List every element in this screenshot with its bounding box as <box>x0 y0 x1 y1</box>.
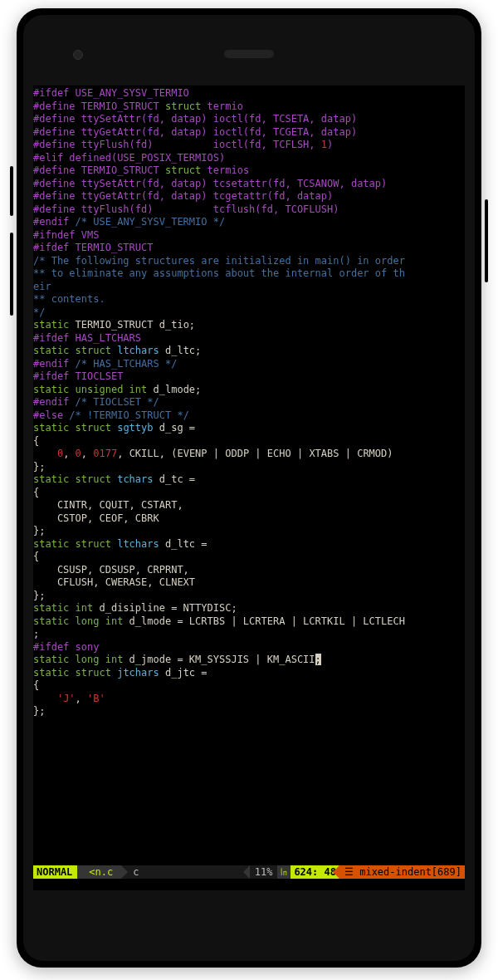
file-type: c <box>121 865 249 879</box>
code-line: ** to eliminate any assumptions about th… <box>33 267 465 281</box>
code-buffer[interactable]: #ifdef USE_ANY_SYSV_TERMIO#define TERMIO… <box>33 86 465 874</box>
code-line: CSTOP, CEOF, CBRK <box>33 512 465 526</box>
code-line: static long int d_jmode = KM_SYSSJIS | K… <box>33 654 465 667</box>
code-line: #define ttyFlush(fd) ioctl(fd, TCFLSH, 1… <box>33 139 465 152</box>
mode-indicator: NORMAL <box>33 865 77 879</box>
code-line: ** contents. <box>33 293 465 306</box>
code-line: ; <box>33 628 465 641</box>
code-line: #endif /* USE_ANY_SYSV_TERMIO */ <box>33 216 465 229</box>
device-frame: #ifdef USE_ANY_SYSV_TERMIO#define TERMIO… <box>17 8 481 968</box>
code-line: #ifndef VMS <box>33 229 465 243</box>
vim-status-bar: NORMAL <n.c c 11% ㏑ 624: 48 ☰ mixed-inde… <box>33 865 465 879</box>
code-line: #else /* !TERMIO_STRUCT */ <box>33 409 465 423</box>
code-line: static long int d_lmode = LCRTBS | LCRTE… <box>33 615 465 629</box>
code-line: /* The following structures are initiali… <box>33 255 465 268</box>
code-line: static struct jtchars d_jtc = <box>33 667 465 680</box>
code-line: }; <box>33 525 465 538</box>
code-line: CSUSP, CDSUSP, CRPRNT, <box>33 564 465 577</box>
code-line: CINTR, CQUIT, CSTART, <box>33 499 465 512</box>
code-line: { <box>33 551 465 564</box>
code-line: #define ttySetAttr(fd, datap) tcsetattr(… <box>33 178 465 191</box>
terminal-screen[interactable]: #ifdef USE_ANY_SYSV_TERMIO#define TERMIO… <box>33 86 465 890</box>
code-line: { <box>33 679 465 693</box>
device-bezel: #ifdef USE_ANY_SYSV_TERMIO#define TERMIO… <box>23 15 475 961</box>
scroll-percent: 11% <box>250 865 278 879</box>
code-line: #ifdef HAS_LTCHARS <box>33 332 465 345</box>
code-line: static int d_disipline = NTTYDISC; <box>33 602 465 615</box>
line-label-icon: ㏑ <box>277 865 290 879</box>
code-line: #ifdef sony <box>33 641 465 654</box>
code-line: { <box>33 435 465 448</box>
code-line: */ <box>33 306 465 320</box>
speaker-grille-icon <box>224 50 274 58</box>
code-line: #define ttyGetAttr(fd, datap) tcgetattr(… <box>33 190 465 203</box>
code-line: static struct sgttyb d_sg = <box>33 422 465 435</box>
code-line: #ifdef TERMIO_STRUCT <box>33 242 465 255</box>
code-line: { <box>33 487 465 500</box>
code-line: }; <box>33 590 465 603</box>
code-line: eir <box>33 281 465 294</box>
code-line: #elif defined(USE_POSIX_TERMIOS) <box>33 152 465 165</box>
lint-warning: ☰ mixed-indent[689] <box>339 865 465 879</box>
code-line: #define TERMIO_STRUCT struct termios <box>33 164 465 178</box>
code-line: #ifdef USE_ANY_SYSV_TERMIO <box>33 87 465 100</box>
code-line: #define ttySetAttr(fd, datap) ioctl(fd, … <box>33 113 465 126</box>
code-line: }; <box>33 461 465 474</box>
code-line: 'J', 'B' <box>33 693 465 706</box>
code-line: #endif /* HAS_LTCHARS */ <box>33 358 465 371</box>
code-line: static unsigned int d_lmode; <box>33 384 465 397</box>
code-line: CFLUSH, CWERASE, CLNEXT <box>33 576 465 590</box>
code-line: static struct ltchars d_ltc; <box>33 345 465 358</box>
code-line: #define ttyGetAttr(fd, datap) ioctl(fd, … <box>33 126 465 140</box>
code-line: #ifdef TIOCLSET <box>33 370 465 384</box>
code-line: static struct ltchars d_ltc = <box>33 538 465 551</box>
code-line: #define TERMIO_STRUCT struct termio <box>33 100 465 114</box>
file-name: <n.c <box>77 865 121 879</box>
code-line: #endif /* TIOCLSET */ <box>33 396 465 409</box>
code-line: }; <box>33 705 465 718</box>
code-line: 0, 0, 0177, CKILL, (EVENP | ODDP | ECHO … <box>33 448 465 461</box>
code-line: static TERMIO_STRUCT d_tio; <box>33 319 465 332</box>
front-camera-icon <box>73 50 83 60</box>
code-line: #define ttyFlush(fd) tcflush(fd, TCOFLUS… <box>33 203 465 217</box>
code-line: static struct tchars d_tc = <box>33 473 465 487</box>
